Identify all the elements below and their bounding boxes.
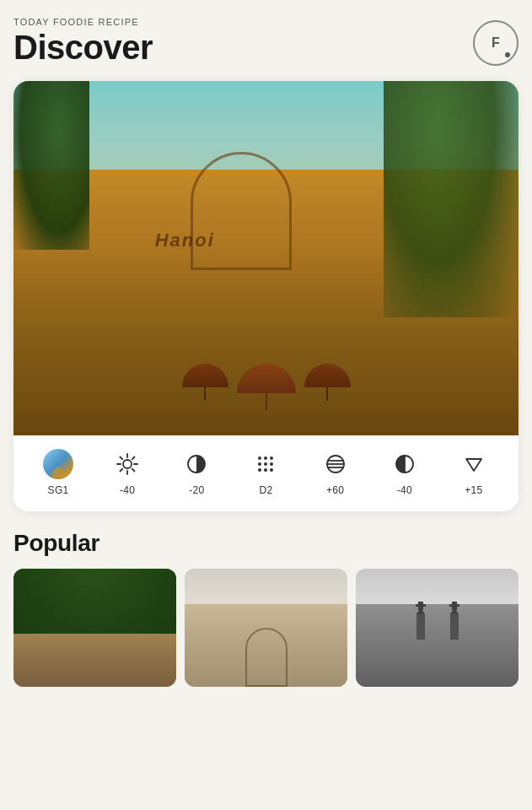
svg-line-8 <box>121 469 123 472</box>
logo-letter: F <box>492 35 500 51</box>
sg1-avatar <box>43 449 73 479</box>
pop2-gate <box>245 628 287 687</box>
cross-right <box>452 602 457 610</box>
popular-grid <box>13 569 519 687</box>
pop3-tower-right <box>450 614 459 640</box>
cross-left <box>418 602 423 610</box>
header-left: TODAY FOODIE RECIPE Discover <box>13 17 153 66</box>
pop3-scene <box>356 569 519 687</box>
shadows-label: -40 <box>397 484 412 496</box>
main-card: Hanoi SG1 <box>13 81 519 511</box>
sun-icon <box>112 449 142 479</box>
header: TODAY FOODIE RECIPE Discover F <box>13 17 519 66</box>
svg-point-18 <box>270 468 273 472</box>
grain-label: D2 <box>260 484 273 496</box>
sg1-label: SG1 <box>48 484 69 496</box>
control-contrast[interactable]: -20 <box>171 449 222 496</box>
shadows-icon <box>390 449 420 479</box>
clarity-label: +60 <box>326 484 344 496</box>
svg-point-15 <box>270 462 273 466</box>
brightness-label: -40 <box>120 484 135 496</box>
svg-line-5 <box>121 457 123 460</box>
svg-line-7 <box>132 457 135 460</box>
control-sg1[interactable]: SG1 <box>33 449 83 496</box>
popular-section: Popular <box>13 530 519 687</box>
svg-point-16 <box>258 468 261 472</box>
contrast-label: -20 <box>189 484 204 496</box>
popular-item-2[interactable] <box>185 569 347 687</box>
control-clarity[interactable]: +60 <box>310 449 361 496</box>
pop1-scene <box>13 569 176 687</box>
svg-point-17 <box>264 468 267 472</box>
logo-dot-icon <box>505 52 510 57</box>
svg-point-11 <box>264 456 267 460</box>
svg-point-0 <box>123 460 132 468</box>
pop3-tower-left <box>416 614 425 640</box>
pop2-scene <box>185 569 347 687</box>
popular-item-3[interactable] <box>356 569 519 687</box>
grain-icon <box>250 449 281 479</box>
clarity-icon <box>320 449 351 479</box>
subtitle: TODAY FOODIE RECIPE <box>13 17 153 27</box>
svg-line-6 <box>132 469 135 472</box>
page-container: TODAY FOODIE RECIPE Discover F Hanoi <box>0 0 532 810</box>
svg-point-14 <box>264 462 267 466</box>
svg-point-12 <box>270 456 273 460</box>
logo-button[interactable]: F <box>473 20 519 66</box>
control-shadows[interactable]: -40 <box>379 449 430 496</box>
control-grain[interactable]: D2 <box>240 449 291 496</box>
popular-item-1[interactable] <box>13 569 176 687</box>
fade-icon <box>459 449 489 479</box>
scene-overlay <box>13 81 519 435</box>
control-brightness[interactable]: -40 <box>102 449 153 496</box>
page-title: Discover <box>13 29 153 66</box>
main-image[interactable]: Hanoi <box>13 81 519 435</box>
control-fade[interactable]: +15 <box>449 449 499 496</box>
sg1-icon <box>43 449 73 479</box>
controls-bar: SG1 -40 <box>13 435 519 511</box>
pop1-trees <box>13 569 176 640</box>
svg-point-10 <box>258 456 261 460</box>
svg-point-13 <box>258 462 261 466</box>
contrast-icon <box>181 449 212 479</box>
pop1-ground <box>13 634 176 687</box>
fade-label: +15 <box>465 484 482 496</box>
popular-title: Popular <box>13 530 519 557</box>
pop3-towers <box>416 614 459 640</box>
